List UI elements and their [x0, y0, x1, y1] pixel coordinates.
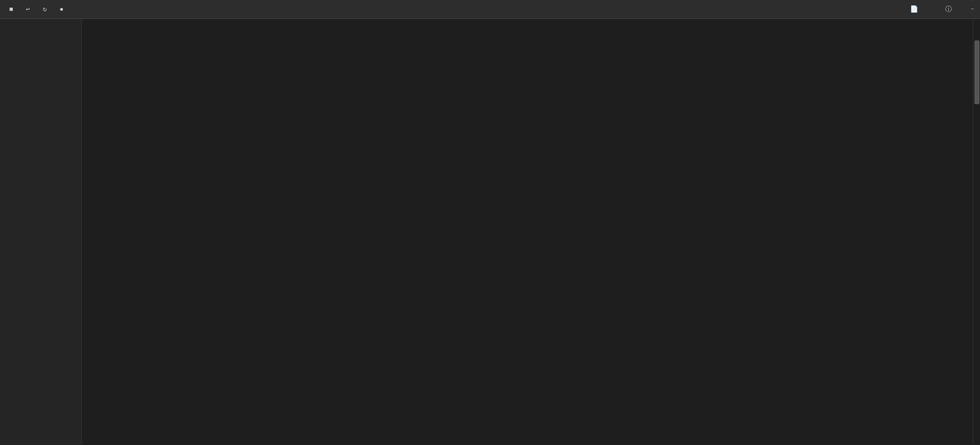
- repeat-icon: ↻: [43, 5, 47, 13]
- line-numbers: [82, 19, 102, 445]
- sidebar: [0, 19, 82, 445]
- about-icon: ⓘ: [942, 5, 955, 14]
- undo-icon: ↩: [26, 5, 30, 13]
- undo-menu[interactable]: ↩: [21, 0, 38, 18]
- project-icon: ■: [9, 6, 13, 13]
- code-content[interactable]: [102, 19, 973, 445]
- scrollbar[interactable]: [973, 19, 980, 445]
- main-area: [0, 19, 980, 445]
- project-menu[interactable]: ■: [4, 0, 21, 18]
- compile-menu[interactable]: ●: [54, 0, 71, 18]
- window-minimize[interactable]: –: [969, 6, 976, 13]
- app-info: 📄 ⓘ: [894, 5, 969, 14]
- manual-button[interactable]: 📄: [902, 5, 935, 13]
- manual-icon: 📄: [907, 5, 921, 13]
- compile-icon: ●: [59, 6, 63, 13]
- scrollbar-thumb[interactable]: [974, 40, 979, 104]
- repeat-menu[interactable]: ↻: [38, 0, 55, 18]
- menubar: ■ ↩ ↻ ● 📄 ⓘ –: [0, 0, 980, 19]
- sidebar-item-barbare[interactable]: [0, 21, 81, 27]
- editor: [82, 19, 980, 445]
- about-button[interactable]: ⓘ: [937, 5, 969, 14]
